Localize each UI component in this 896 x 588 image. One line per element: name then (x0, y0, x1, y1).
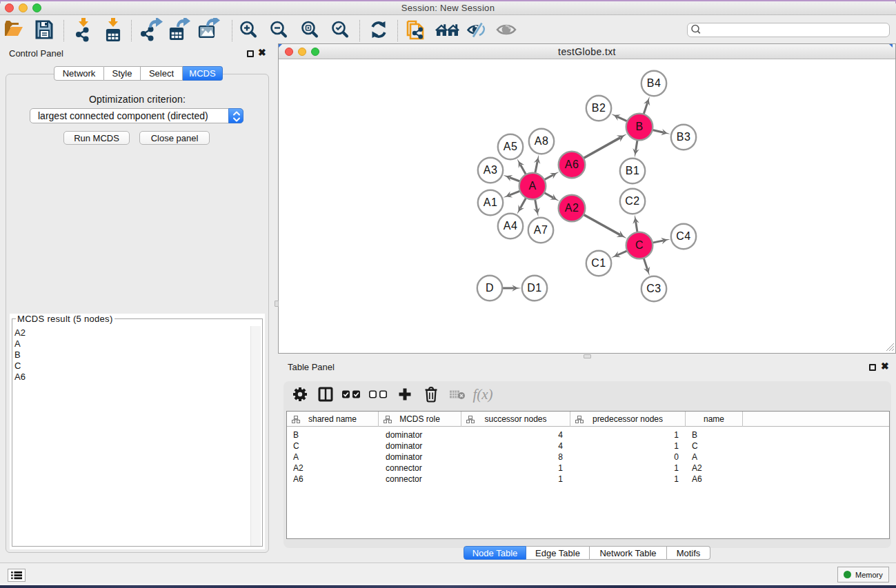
svg-text:A3: A3 (484, 164, 498, 176)
svg-text:B3: B3 (677, 131, 691, 143)
svg-text:f(x): f(x) (472, 386, 492, 403)
svg-text:C2: C2 (625, 195, 639, 207)
svg-text:C3: C3 (646, 283, 661, 294)
svg-text:D: D (486, 282, 494, 294)
svg-text:C1: C1 (591, 257, 606, 269)
svg-text:A: A (528, 180, 536, 192)
svg-text:A4: A4 (504, 220, 518, 232)
svg-text:A5: A5 (504, 141, 518, 152)
svg-text:C: C (635, 239, 644, 251)
svg-text:A6: A6 (565, 159, 579, 170)
svg-text:C4: C4 (676, 230, 690, 242)
svg-text:B2: B2 (592, 102, 606, 114)
svg-text:A8: A8 (535, 135, 549, 147)
svg-text:A2: A2 (565, 202, 579, 214)
svg-text:A7: A7 (534, 224, 548, 236)
svg-text:B: B (635, 121, 643, 132)
svg-text:A1: A1 (484, 196, 498, 208)
svg-text:B1: B1 (626, 165, 640, 176)
svg-text:B4: B4 (647, 77, 661, 89)
svg-text:D1: D1 (527, 282, 541, 294)
